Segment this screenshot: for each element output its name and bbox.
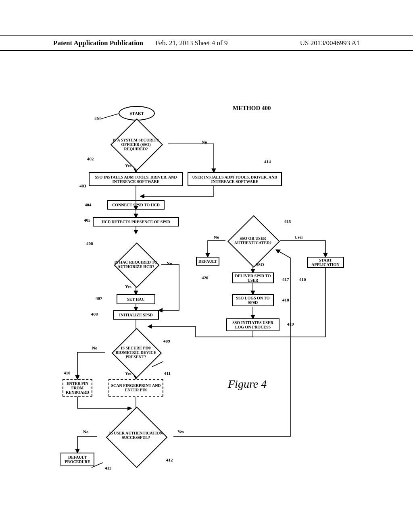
no-402: No <box>202 139 207 144</box>
ref-407: 407 <box>96 296 102 301</box>
d402-text: IS A SYSTEM SECURITY OFFICER (SSO) REQUI… <box>109 136 163 152</box>
b416: START APPLICATION <box>307 257 344 268</box>
yes-406: Yes <box>125 284 131 289</box>
yes-409: Yes <box>125 371 131 376</box>
ref-412: 412 <box>166 457 173 462</box>
b404: CONNECT SPSD TO HCD <box>107 200 165 210</box>
d406-text: IS HAC REQUIRED TO AUTHORIZE HCD? <box>113 256 159 272</box>
page: Patent Application Publication Feb. 21, … <box>0 0 413 532</box>
ref-405: 405 <box>84 218 91 222</box>
ref-419: 419 <box>287 322 294 326</box>
no-412: No <box>83 429 88 434</box>
b418: SSO LOGS ON TO SPSD <box>232 294 274 306</box>
header-right: US 2013/0046993 A1 <box>300 39 360 47</box>
connectors <box>52 97 363 484</box>
b407: SET HAC <box>117 294 155 304</box>
ref-410: 410 <box>64 370 71 375</box>
ref-408: 408 <box>91 312 98 316</box>
d415-text: SSO OR USER AUTHENTICATED? <box>226 234 280 247</box>
yes-412: Yes <box>177 429 184 434</box>
ref-415: 415 <box>284 219 291 224</box>
ref-413: 413 <box>105 466 112 470</box>
header-center: Feb. 21, 2013 Sheet 4 of 9 <box>155 39 227 47</box>
ref-420: 420 <box>202 275 209 280</box>
ref-406: 406 <box>86 241 93 246</box>
figure-label: Figure 4 <box>228 378 267 391</box>
ref-411: 411 <box>164 371 171 376</box>
b420: DEFAULT <box>196 257 219 266</box>
ref-417: 417 <box>282 277 289 282</box>
b413: DEFAULT PROCEDURE <box>60 453 94 466</box>
ref-402: 402 <box>87 156 94 161</box>
d409-text: IS SECURE PIN/ BIOMETRIC DEVICE PRESENT? <box>110 344 162 360</box>
header-left: Patent Application Publication <box>53 39 143 47</box>
ref-414: 414 <box>264 159 271 164</box>
ref-409: 409 <box>163 339 170 343</box>
b414: USER INSTALLS ADM TOOLS, DRIVER, AND INT… <box>188 172 282 186</box>
svg-line-17 <box>152 362 163 367</box>
no-415: No <box>214 235 219 239</box>
d412-text: IS USER AUTHENTICATION SUCCESSFUL? <box>109 427 163 443</box>
ref-404: 404 <box>85 202 92 207</box>
yes-402: Yes <box>125 163 131 168</box>
b417: DELIVER SPSD TO USER <box>232 272 274 283</box>
method-title: METHOD 400 <box>233 105 271 112</box>
ref-418: 418 <box>282 297 289 302</box>
header: Patent Application Publication Feb. 21, … <box>0 35 413 51</box>
b411: SCAN FINGERPRINT AND ENTER PIN <box>108 379 163 397</box>
no-409: No <box>92 345 97 350</box>
user-415: User <box>294 235 303 239</box>
b408: INITIALIZE SPSD <box>113 310 159 320</box>
ref-416: 416 <box>299 277 306 282</box>
sso-415: SSO <box>256 262 264 267</box>
b419: SSO INITIATES USER LOG ON PROCESS <box>226 318 280 331</box>
b403: SSO INSTALLS ADM TOOLS, DRIVER, AND INTE… <box>89 172 183 186</box>
flowchart: METHOD 400 Figure 4 START 401 IS A SYSTE… <box>52 97 363 484</box>
ref-401: 401 <box>94 116 101 121</box>
svg-line-1 <box>101 114 119 119</box>
no-406: No <box>167 261 172 266</box>
b410: ENTER PIN FROM KEYBOARD <box>63 379 92 397</box>
b405: HCD DETECTS PRESENCE OF SPSD <box>93 217 179 227</box>
ref-403: 403 <box>79 183 86 188</box>
